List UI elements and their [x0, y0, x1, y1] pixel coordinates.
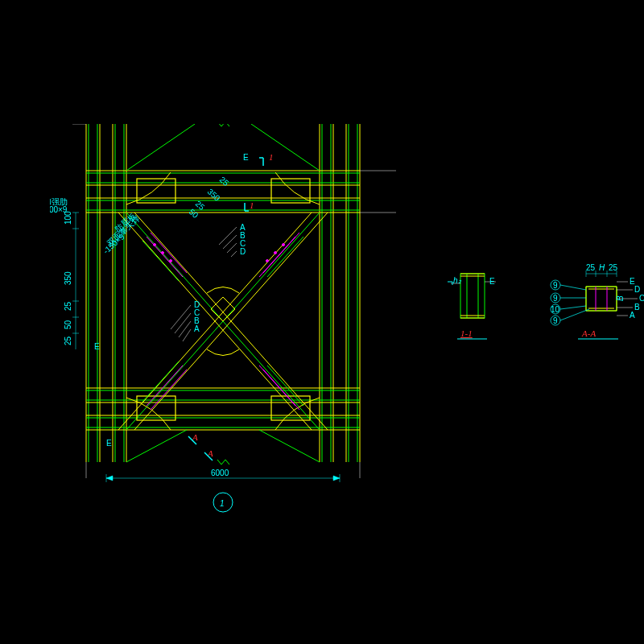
- AA-dimB: B: [616, 295, 625, 301]
- dim-25b: 25: [64, 336, 72, 345]
- svg-marker-92: [106, 476, 113, 481]
- section-1-top: 1: [269, 152, 274, 162]
- svg-line-70: [223, 235, 237, 249]
- svg-rect-95: [460, 274, 485, 318]
- AA-dim25a: 25: [586, 263, 596, 272]
- dim-100: 100: [64, 211, 72, 225]
- dim-span: 6000: [211, 469, 229, 477]
- svg-line-75: [179, 321, 191, 337]
- section-1-btm: 1: [250, 200, 254, 210]
- label-E-btm: E: [106, 439, 112, 448]
- svg-line-121: [560, 309, 589, 320]
- AA-C: C: [639, 294, 644, 303]
- main-elevation-view: A B C D D C B A E E E 1 1 A A 加强肋 -100×9…: [50, 124, 396, 518]
- bubble-10: 10: [551, 305, 560, 314]
- dim-25a: 25: [64, 301, 72, 311]
- svg-line-69: [219, 227, 237, 245]
- svg-line-35: [251, 124, 320, 171]
- AA-dim25b: 25: [609, 263, 618, 272]
- elevation-svg: A B C D D C B A E E E 1 1 A A 加强肋 -100×9…: [50, 124, 396, 518]
- svg-point-57: [283, 244, 285, 246]
- svg-line-34: [126, 124, 195, 171]
- bubble-9a: 9: [553, 281, 558, 290]
- sec11-E: E: [489, 277, 495, 286]
- svg-line-46: [147, 237, 183, 277]
- dim-50: 50: [64, 320, 72, 329]
- AA-D: D: [634, 285, 640, 294]
- section-11-view: E h₂ 1-1: [443, 266, 507, 353]
- svg-line-120: [560, 306, 586, 309]
- svg-line-76: [183, 329, 191, 341]
- AA-A: A: [630, 311, 635, 320]
- svg-line-47: [151, 233, 187, 273]
- bubble-9b: 9: [553, 294, 558, 303]
- secAA-title: A-A: [581, 328, 596, 338]
- svg-point-55: [162, 252, 164, 254]
- sec11-hx: h₂: [453, 276, 462, 285]
- label-E-top: E: [243, 153, 249, 162]
- svg-point-58: [275, 252, 277, 254]
- svg-point-56: [170, 260, 172, 262]
- AA-dimH: H: [599, 263, 605, 272]
- svg-line-49: [259, 237, 295, 277]
- label-D-top: D: [240, 247, 246, 256]
- svg-line-60: [142, 241, 179, 281]
- dim-top-25: 25: [218, 175, 231, 188]
- dim-350: 350: [64, 271, 72, 285]
- label-E-left: E: [94, 342, 100, 351]
- svg-line-118: [560, 285, 586, 290]
- svg-line-72: [231, 251, 237, 257]
- svg-line-36: [126, 430, 187, 462]
- svg-point-54: [154, 244, 156, 246]
- svg-rect-105: [586, 287, 617, 311]
- AA-B: B: [634, 303, 640, 312]
- bubble-9c: 9: [553, 316, 558, 325]
- svg-point-59: [266, 260, 269, 262]
- section-AA-view: 9 9 10 9 E D C B A 25 H 25 B A-A: [538, 256, 644, 356]
- sec11-title: 1-1: [460, 328, 473, 338]
- label-A-mid: A: [194, 324, 200, 333]
- svg-line-37: [259, 430, 320, 462]
- svg-marker-93: [333, 476, 340, 481]
- svg-line-51: [151, 369, 187, 410]
- svg-line-71: [227, 243, 237, 253]
- svg-line-74: [175, 313, 191, 333]
- view-bubble-1: 1: [220, 499, 225, 508]
